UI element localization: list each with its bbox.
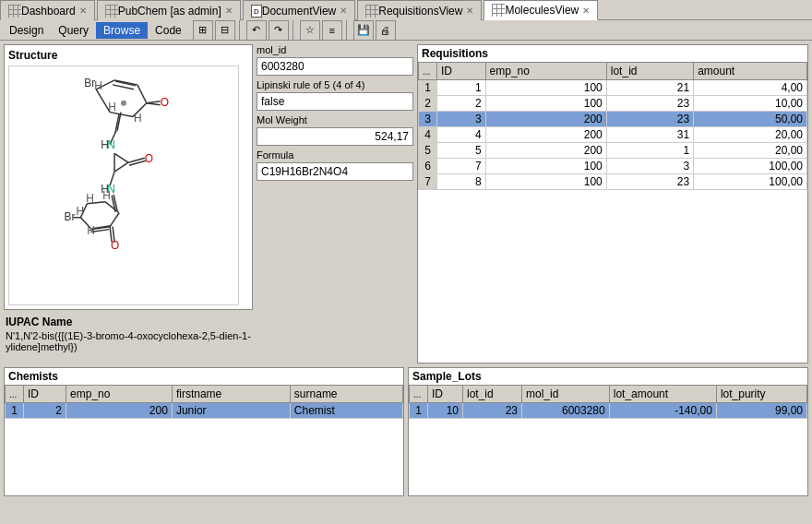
chemists-expand-col[interactable]: ... [6,386,24,403]
toolbar-sep2 [293,20,296,41]
menu-code[interactable]: Code [148,22,189,39]
lipinski-input[interactable] [257,92,413,111]
menu-query[interactable]: Query [51,22,96,39]
req-empno: 200 [485,143,606,159]
req-lotid: 21 [606,80,693,96]
table-row[interactable]: 5 5 200 1 20,00 [419,143,807,159]
tab-requisitionsview-close[interactable]: ✕ [466,6,473,16]
svg-line-18 [114,153,128,162]
requisitions-col-id: ID [437,63,486,80]
req-lotid: 23 [606,112,693,127]
req-amount: 20,00 [694,143,807,159]
mol-weight-group: Mol Weight [257,114,413,146]
req-id: 2 [437,96,486,112]
mol-weight-label: Mol Weight [257,114,413,125]
req-lotid: 23 [606,174,693,190]
svg-text:H: H [108,101,116,113]
req-empno: 200 [485,112,606,127]
molview-tab-icon [492,4,505,17]
tab-pubchem[interactable]: PubChem [as admin] ✕ [97,0,241,20]
requisitions-expand-col[interactable]: ... [419,63,437,80]
req-id: 1 [437,80,486,96]
toolbar-sep1 [239,20,243,41]
table-row[interactable]: 7 8 100 23 100,00 [419,174,807,190]
row-num: 2 [419,96,437,112]
tab-dashboard-label: Dashboard [21,5,76,18]
toolbar-btn-save[interactable]: 💾 [353,20,374,41]
sample-lots-expand-col[interactable]: ... [410,386,428,403]
req-amount: 100,00 [694,159,807,174]
req-lotid: 1 [606,143,693,159]
svg-line-19 [114,162,128,172]
structure-title: Structure [8,49,248,62]
sample-lots-table-container[interactable]: ... ID lot_id mol_id lot_amount lot_puri… [409,385,807,495]
table-row[interactable]: 2 2 100 23 10,00 [419,96,807,112]
tab-documentview-label: DocumentView [262,5,336,18]
req-id: 7 [437,159,486,174]
table-row[interactable]: 1 10 23 6003280 -140,00 99,00 [410,403,807,419]
toolbar-sep3 [346,20,350,41]
tab-moleculesview[interactable]: MoleculesView ✕ [484,0,598,20]
chemists-table: ... ID emp_no firstname surname 1 2 200 [5,385,403,419]
structure-image: Br O H N [8,66,239,305]
requisitions-col-amount: amount [694,63,807,80]
chemists-table-container[interactable]: ... ID emp_no firstname surname 1 2 200 [5,385,403,495]
req-amount: 20,00 [694,127,807,143]
properties-panel: mol_id Lipinski rule of 5 (4 of 4) Mol W… [257,44,413,363]
menu-design[interactable]: Design [2,22,51,39]
svg-text:N: N [107,138,115,151]
tab-pubchem-label: PubChem [as admin] [118,5,221,18]
req-id: 4 [437,127,486,143]
table-row[interactable]: 6 7 100 3 100,00 [419,159,807,174]
chem-empno: 200 [66,403,173,419]
toolbar-btn-forward[interactable]: ↷ [269,20,289,41]
requisitions-col-lotid: lot_id [606,63,693,80]
tab-dashboard[interactable]: Dashboard ✕ [0,0,95,20]
tab-requisitionsview[interactable]: RequisitionsView ✕ [357,0,482,20]
tab-documentview[interactable]: D DocumentView ✕ [243,0,355,20]
toolbar-btn-star[interactable]: ☆ [300,20,320,41]
table-row[interactable]: 1 2 200 Junior Chemist [6,403,403,419]
lipinski-group: Lipinski rule of 5 (4 of 4) [257,79,413,111]
svg-line-11 [147,103,161,105]
sl-amount: -140,00 [609,403,716,419]
toolbar-btn-grid2[interactable]: ⊟ [215,20,235,41]
svg-line-29 [110,213,119,227]
svg-text:O: O [145,152,153,165]
tab-documentview-close[interactable]: ✕ [340,6,347,16]
mol-id-input[interactable] [257,57,413,76]
svg-text:H: H [86,192,94,205]
table-row[interactable]: 3 3 200 23 50,00 [419,112,807,127]
toolbar-btn-print[interactable]: 🖨 [376,20,396,41]
mol-weight-input[interactable] [257,127,413,146]
sl-lotid: 23 [462,403,521,419]
tab-pubchem-close[interactable]: ✕ [225,6,233,16]
tab-moleculesview-close[interactable]: ✕ [582,6,590,16]
toolbar-btn-list[interactable]: ≡ [322,20,342,41]
chemists-col-empno: emp_no [66,386,173,403]
mol-id-group: mol_id [257,44,413,76]
table-row[interactable]: 4 4 200 31 20,00 [419,127,807,143]
tab-dashboard-close[interactable]: ✕ [79,6,87,16]
req-id: 8 [437,174,486,190]
requisitions-table-container[interactable]: ... ID emp_no lot_id amount 1 1 100 21 [418,62,807,363]
row-num: 6 [419,159,437,174]
chemists-col-id: ID [24,386,66,403]
menu-browse[interactable]: Browse [96,22,148,39]
pubchem-tab-icon [105,5,118,18]
row-num: 1 [6,403,24,419]
toolbar-btn-grid1[interactable]: ⊞ [193,20,213,41]
chem-firstname: Junior [172,403,290,419]
sample-lots-panel: Sample_Lots ... ID lot_id mol_id lot_amo… [408,367,808,496]
req-empno: 100 [485,80,606,96]
sl-col-id: ID [428,386,463,403]
sl-col-purity: lot_purity [716,386,806,403]
formula-input[interactable] [257,162,413,181]
dashboard-tab-icon [8,5,21,18]
bottom-section: Chemists ... ID emp_no firstname surname [4,367,808,496]
chem-id: 2 [24,403,66,419]
req-amount: 4,00 [694,80,807,96]
req-empno: 100 [485,159,606,174]
table-row[interactable]: 1 1 100 21 4,00 [419,80,807,96]
toolbar-btn-back[interactable]: ↶ [246,20,267,41]
